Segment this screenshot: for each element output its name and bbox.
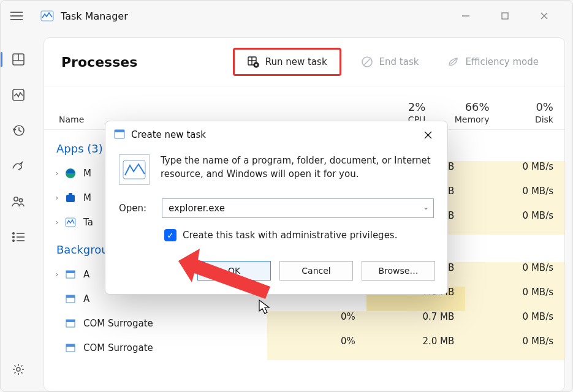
svg-point-13 bbox=[14, 197, 18, 201]
nav-users[interactable] bbox=[7, 190, 29, 213]
svg-point-15 bbox=[13, 233, 14, 234]
cell-disk: 0 MB/s bbox=[465, 262, 564, 287]
create-task-dialog: Create new task Type the name of a progr… bbox=[105, 121, 448, 295]
nav-performance[interactable] bbox=[7, 84, 29, 106]
end-task-button: End task bbox=[352, 51, 428, 73]
nav-settings[interactable] bbox=[7, 358, 29, 380]
cell-disk: 0 MB/s bbox=[465, 161, 564, 186]
cell-memory: 2.0 MB bbox=[366, 336, 466, 360]
efficiency-mode-label: Efficiency mode bbox=[465, 56, 539, 67]
column-disk[interactable]: 0% Disk bbox=[490, 100, 553, 124]
svg-rect-31 bbox=[66, 195, 75, 202]
efficiency-mode-button: Efficiency mode bbox=[438, 51, 547, 73]
end-task-label: End task bbox=[379, 56, 419, 67]
svg-line-29 bbox=[363, 58, 371, 66]
maximize-button[interactable] bbox=[493, 7, 517, 25]
cell-disk: 0 MB/s bbox=[465, 210, 564, 235]
process-name: COM Surrogate bbox=[83, 342, 267, 353]
store-icon bbox=[64, 191, 77, 205]
toolbar: Run new task End task Efficiency mode bbox=[233, 48, 547, 76]
cell-disk: 0 MB/s bbox=[465, 186, 564, 210]
svg-rect-35 bbox=[66, 271, 75, 273]
dialog-app-icon bbox=[119, 154, 150, 185]
svg-point-21 bbox=[17, 368, 20, 371]
run-new-task-button[interactable]: Run new task bbox=[233, 48, 341, 76]
end-task-icon bbox=[361, 56, 373, 68]
svg-rect-39 bbox=[66, 320, 75, 322]
table-row[interactable]: COM Surrogate 0% 2.0 MB 0 MB/s bbox=[48, 336, 564, 360]
hamburger-button[interactable] bbox=[4, 4, 29, 28]
cell-disk: 0 MB/s bbox=[465, 311, 564, 336]
title-bar: Task Manager bbox=[1, 1, 572, 31]
dialog-title-bar[interactable]: Create new task bbox=[105, 121, 447, 148]
cell-disk: 0 MB/s bbox=[465, 287, 564, 311]
taskmanager-icon bbox=[64, 216, 77, 229]
nav-startup[interactable] bbox=[7, 155, 29, 177]
nav-rail bbox=[1, 37, 36, 391]
app-title: Task Manager bbox=[61, 10, 128, 22]
generic-process-icon bbox=[64, 268, 77, 281]
svg-rect-37 bbox=[66, 295, 75, 298]
admin-checkbox-label[interactable]: Create this task with administrative pri… bbox=[183, 230, 397, 241]
run-dialog-icon bbox=[114, 129, 125, 140]
cell-cpu: 0% bbox=[267, 336, 366, 360]
svg-rect-43 bbox=[115, 130, 124, 132]
generic-process-icon bbox=[64, 317, 77, 330]
svg-rect-41 bbox=[66, 344, 75, 347]
window-controls bbox=[453, 7, 569, 25]
open-label: Open: bbox=[119, 203, 151, 214]
expand-icon[interactable]: › bbox=[50, 194, 64, 202]
generic-process-icon bbox=[64, 341, 77, 355]
nav-processes[interactable] bbox=[7, 48, 29, 70]
ok-button[interactable]: OK bbox=[197, 261, 271, 281]
cell-cpu: 0% bbox=[267, 311, 366, 336]
table-row[interactable]: COM Surrogate 0% 0.7 MB 0 MB/s bbox=[48, 311, 564, 336]
close-button[interactable] bbox=[532, 7, 556, 25]
svg-rect-32 bbox=[69, 193, 72, 195]
page-title: Processes bbox=[61, 55, 137, 70]
cell-disk: 0 MB/s bbox=[465, 336, 564, 360]
nav-details[interactable] bbox=[7, 226, 29, 248]
page-header: Processes Run new task End task Efficien… bbox=[44, 38, 564, 86]
minimize-button[interactable] bbox=[453, 7, 478, 25]
run-new-task-label: Run new task bbox=[265, 56, 327, 67]
cancel-button[interactable]: Cancel bbox=[279, 261, 353, 281]
run-task-icon bbox=[247, 56, 259, 68]
svg-point-17 bbox=[13, 236, 14, 238]
leaf-icon bbox=[447, 56, 459, 68]
admin-checkbox[interactable]: ✓ bbox=[164, 229, 176, 241]
process-name: A bbox=[83, 293, 267, 304]
svg-point-14 bbox=[19, 198, 22, 202]
process-name: COM Surrogate bbox=[83, 318, 267, 329]
expand-icon[interactable]: › bbox=[50, 218, 64, 227]
svg-point-19 bbox=[13, 240, 14, 241]
expand-icon[interactable]: › bbox=[50, 169, 64, 178]
cell-memory: 0.7 MB bbox=[366, 311, 466, 336]
dialog-close-button[interactable] bbox=[417, 124, 439, 146]
app-icon bbox=[40, 9, 55, 23]
generic-process-icon bbox=[64, 292, 77, 306]
nav-history[interactable] bbox=[7, 119, 29, 141]
svg-rect-5 bbox=[502, 13, 508, 19]
edge-icon bbox=[64, 167, 77, 180]
dialog-description: Type the name of a program, folder, docu… bbox=[161, 154, 434, 185]
browse-button[interactable]: Browse… bbox=[362, 261, 435, 281]
dialog-title: Create new task bbox=[131, 129, 206, 140]
expand-icon[interactable]: › bbox=[50, 270, 64, 279]
open-input[interactable] bbox=[162, 198, 434, 218]
